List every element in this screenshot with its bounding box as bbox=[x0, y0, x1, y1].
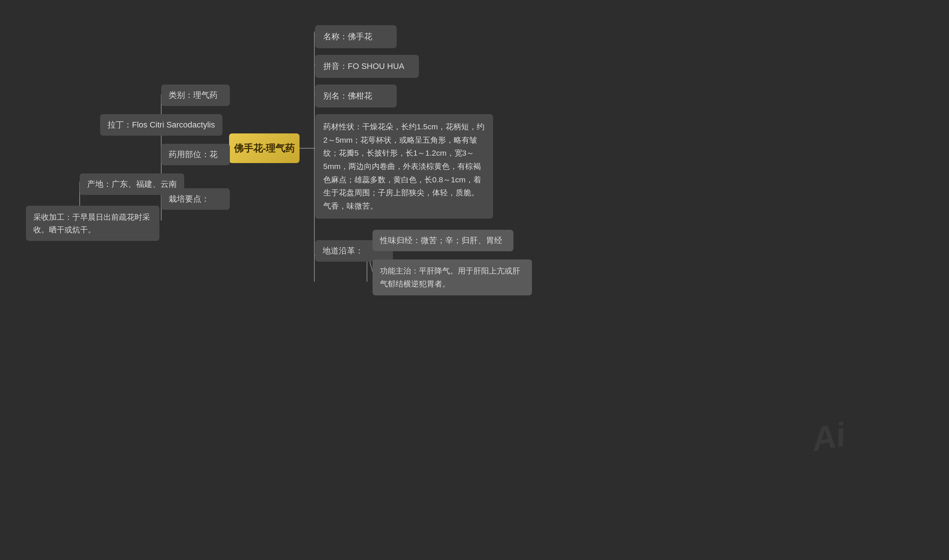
name-box: 名称：佛手花 bbox=[315, 25, 397, 48]
latin-box: 拉丁：Flos Citri Sarcodactylis bbox=[100, 114, 222, 135]
part-box: 药用部位：花 bbox=[161, 144, 230, 165]
mind-map: 佛手花-理气药 名称：佛手花 拼音：FO SHOU HUA 别名：佛柑花 药材性… bbox=[0, 0, 949, 560]
pinyin-label: 拼音：FO SHOU HUA bbox=[323, 62, 405, 71]
cultivation-box: 栽培要点： bbox=[161, 188, 230, 210]
function-label: 功能主治：平肝降气。用于肝阳上亢或肝气郁结横逆犯胃者。 bbox=[380, 266, 520, 288]
center-node: 佛手花-理气药 bbox=[229, 134, 300, 163]
latin-label: 拉丁：Flos Citri Sarcodactylis bbox=[108, 120, 215, 129]
processing-box: 采收加工：于早晨日出前疏花时采收。晒干或炕干。 bbox=[26, 206, 159, 241]
alias-box: 别名：佛柑花 bbox=[315, 85, 397, 108]
cultivation-label: 栽培要点： bbox=[169, 194, 209, 203]
property-label: 药材性状：干燥花朵，长约1.5cm，花柄短，约2～5mm；花萼杯状，或略呈五角形… bbox=[323, 122, 484, 210]
part-label: 药用部位：花 bbox=[169, 150, 218, 159]
taste-box: 性味归经：微苦；辛；归肝、胃经 bbox=[372, 230, 514, 251]
function-box: 功能主治：平肝降气。用于肝阳上亢或肝气郁结横逆犯胃者。 bbox=[372, 259, 532, 295]
property-box: 药材性状：干燥花朵，长约1.5cm，花柄短，约2～5mm；花萼杯状，或略呈五角形… bbox=[315, 114, 493, 218]
alias-label: 别名：佛柑花 bbox=[323, 91, 372, 100]
category-label: 类别：理气药 bbox=[169, 91, 218, 100]
category-box: 类别：理气药 bbox=[161, 85, 230, 106]
name-label: 名称：佛手花 bbox=[323, 32, 372, 41]
taste-label: 性味归经：微苦；辛；归肝、胃经 bbox=[380, 236, 502, 245]
processing-label: 采收加工：于早晨日出前疏花时采收。晒干或炕干。 bbox=[33, 213, 150, 234]
daodao-label: 地道沿革： bbox=[323, 246, 363, 255]
pinyin-box: 拼音：FO SHOU HUA bbox=[315, 55, 419, 78]
center-node-label: 佛手花-理气药 bbox=[234, 142, 295, 155]
origin-label: 产地：广东、福建、云南 bbox=[87, 179, 177, 189]
